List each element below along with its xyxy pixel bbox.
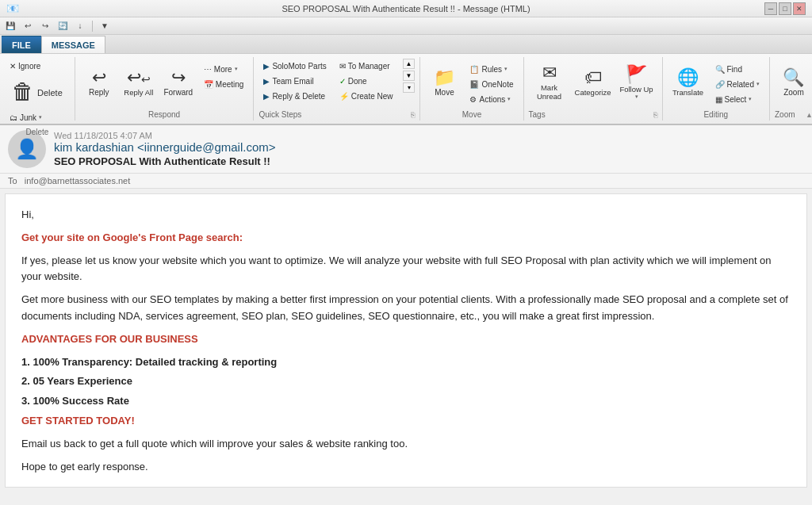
more-label: More [214, 65, 232, 74]
reply-label: Reply [89, 88, 109, 97]
select-button[interactable]: ▦ Select ▾ [710, 92, 764, 106]
rules-button[interactable]: 📋 Rules ▾ [465, 62, 518, 76]
done-button[interactable]: ✓ Done [335, 74, 398, 88]
create-new-button[interactable]: ⚡ Create New [335, 89, 398, 103]
move-button[interactable]: 📁 Move [425, 59, 463, 106]
rules-label: Rules [481, 65, 502, 74]
team-email-icon: ▶ [263, 77, 270, 86]
rules-dropdown-icon: ▾ [504, 66, 508, 72]
restore-btn[interactable]: □ [779, 2, 791, 15]
actions-button[interactable]: ⚙ Actions ▾ [465, 92, 518, 106]
ribbon-group-delete: ✕ Ignore 🗑 Delete 🗂 Junk ▾ Delete [0, 57, 75, 121]
window-controls[interactable]: ─ □ ✕ [764, 2, 806, 15]
tags-expand-icon[interactable]: ⎘ [653, 111, 657, 119]
forward-button[interactable]: ↪ Forward [159, 59, 197, 106]
onenote-button[interactable]: 📓 OneNote [465, 77, 518, 91]
done-label: Done [348, 77, 367, 86]
refresh-qa-btn[interactable]: 🔄 [56, 20, 70, 33]
qa-separator [92, 21, 93, 32]
advantages-title: ADVANTAGES FOR OUR BUSINESS [21, 333, 198, 345]
move-icon: 📁 [434, 69, 455, 86]
item2: 2. 05 Years Experience [21, 375, 132, 387]
related-icon: 🔗 [715, 80, 725, 89]
zoom-button[interactable]: 🔍 Zoom [775, 59, 812, 106]
item3: 3. 100% Success Rate [21, 395, 129, 407]
zoom-label: Zoom [783, 88, 804, 97]
categorize-button[interactable]: 🏷 Categorize [572, 59, 615, 106]
message-from: kim kardashian <iinnerguide@gmail.com> [54, 140, 804, 154]
tags-buttons: ✉ Mark Unread 🏷 Categorize 🚩 Follow Up ▾ [529, 59, 657, 109]
actions-icon: ⚙ [469, 95, 477, 104]
message-header: 👤 Wed 11/18/2015 4:07 AM kim kardashian … [0, 125, 812, 174]
more-icon: ⋯ [204, 65, 212, 74]
more-button[interactable]: ⋯ More ▾ [199, 62, 249, 76]
follow-up-dropdown-icon: ▾ [635, 94, 638, 100]
delete-icon: 🗑 [12, 78, 34, 105]
delete-group-label: Delete [25, 126, 48, 136]
select-icon: ▦ [715, 95, 722, 104]
forward-icon: ↪ [171, 69, 186, 86]
move-buttons: 📁 Move 📋 Rules ▾ 📓 OneNote ⚙ Actions ▾ [425, 59, 518, 109]
quicksteps-up-btn[interactable]: ▲ [403, 59, 416, 69]
onenote-label: OneNote [481, 80, 513, 89]
ribbon-group-move: 📁 Move 📋 Rules ▾ 📓 OneNote ⚙ Actions ▾ [420, 57, 523, 121]
mark-unread-label: Mark Unread [531, 83, 568, 101]
categorize-icon: 🏷 [584, 69, 602, 86]
find-button[interactable]: 🔍 Find [710, 62, 764, 76]
junk-dropdown-icon: ▾ [39, 114, 42, 121]
message-subject: SEO PROPOSAL With Authenticate Result !! [54, 155, 804, 167]
customize-qa-btn[interactable]: ▼ [98, 20, 112, 33]
close-btn[interactable]: ✕ [793, 2, 806, 15]
reply-all-icon: ↩↩ [127, 69, 151, 86]
avatar-icon: 👤 [15, 138, 39, 160]
message-date: Wed 11/18/2015 4:07 AM [54, 131, 804, 140]
more-dropdown-icon: ▾ [235, 66, 238, 72]
quicksteps-group-label: Quick Steps [259, 109, 301, 119]
editing-group-label: Editing [703, 109, 728, 119]
tab-message[interactable]: MESSAGE [41, 36, 105, 53]
reply-all-button[interactable]: ↩↩ Reply All [120, 59, 158, 106]
editing-buttons: 🌐 Translate 🔍 Find 🔗 Related ▾ ▦ Select … [668, 59, 764, 109]
save-qa-btn[interactable]: 💾 [3, 20, 17, 33]
quicksteps-expand-icon[interactable]: ⎘ [411, 111, 415, 119]
quicksteps-buttons: ▶ SoloMoto Parts ▶ Team Email ▶ Reply & … [259, 59, 415, 109]
message-meta: Wed 11/18/2015 4:07 AM kim kardashian <i… [54, 131, 804, 167]
rules-icon: 📋 [469, 65, 479, 74]
tags-group-label: Tags [529, 109, 546, 119]
forward-label: Forward [163, 88, 193, 97]
actions-label: Actions [479, 95, 505, 104]
ribbon-group-respond: ↩ Reply ↩↩ Reply All ↪ Forward ⋯ More ▾ … [75, 57, 255, 121]
onenote-icon: 📓 [469, 80, 479, 89]
to-manager-button[interactable]: ✉ To Manager [335, 59, 398, 73]
down-qa-btn[interactable]: ↓ [73, 20, 87, 33]
follow-up-button[interactable]: 🚩 Follow Up ▾ [616, 59, 657, 106]
tab-file[interactable]: FILE [2, 36, 41, 53]
delete-button[interactable]: 🗑 Delete [5, 75, 70, 109]
ignore-button[interactable]: ✕ Ignore [5, 59, 45, 73]
categorize-label: Categorize [575, 88, 611, 97]
ribbon-collapse-btn[interactable]: ▲ [806, 111, 812, 119]
meeting-button[interactable]: 📅 Meeting [199, 77, 249, 91]
editing-col: 🔍 Find 🔗 Related ▾ ▦ Select ▾ [710, 62, 764, 106]
item1: 1. 100% Transparency: Detailed tracking … [21, 356, 277, 368]
undo-qa-btn[interactable]: ↩ [21, 20, 35, 33]
quicksteps-down-btn[interactable]: ▼ [403, 71, 416, 81]
mark-unread-button[interactable]: ✉ Mark Unread [529, 59, 570, 106]
move-col: 📋 Rules ▾ 📓 OneNote ⚙ Actions ▾ [465, 62, 518, 106]
move-label: Move [435, 88, 454, 97]
team-email-button[interactable]: ▶ Team Email [259, 74, 331, 88]
reply-delete-button[interactable]: ▶ Reply & Delete [259, 89, 331, 103]
junk-button[interactable]: 🗂 Junk ▾ [5, 110, 47, 124]
minimize-btn[interactable]: ─ [764, 2, 777, 15]
create-new-label: Create New [351, 92, 393, 101]
redo-qa-btn[interactable]: ↪ [38, 20, 52, 33]
respond-group-label: Respond [148, 109, 180, 119]
translate-button[interactable]: 🌐 Translate [668, 59, 709, 106]
reply-delete-icon: ▶ [263, 92, 270, 101]
quicksteps-more-btn[interactable]: ▾ [403, 82, 416, 93]
reply-button[interactable]: ↩ Reply [80, 59, 118, 106]
zoom-buttons: 🔍 Zoom [775, 59, 812, 109]
related-button[interactable]: 🔗 Related ▾ [710, 77, 764, 91]
solomoto-button[interactable]: ▶ SoloMoto Parts [259, 59, 331, 73]
respond-buttons: ↩ Reply ↩↩ Reply All ↪ Forward ⋯ More ▾ … [80, 59, 249, 109]
